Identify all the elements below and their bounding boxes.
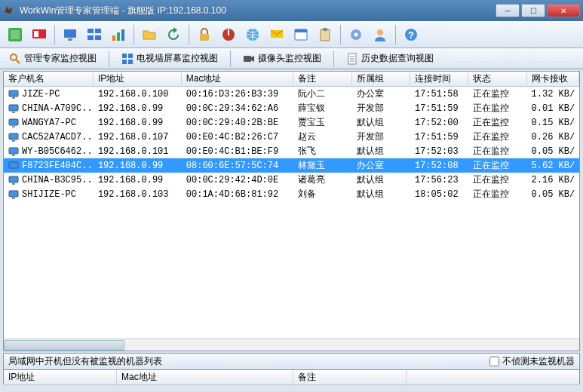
col-net[interactable]: 网卡接收 [527, 72, 579, 85]
table-row[interactable]: SHIJIZE-PC192.168.0.10300:1A:4D:6B:81:92… [4, 187, 579, 201]
svg-rect-31 [122, 60, 127, 64]
tool-monitor-icon[interactable] [60, 24, 81, 45]
tool-msg-icon[interactable] [266, 24, 287, 45]
window-buttons: ─ ☐ ✕ [496, 4, 580, 17]
table-row[interactable]: CAC52A7ACD7...192.168.0.10700:E0:4C:B2:2… [4, 130, 579, 144]
col-client-name[interactable]: 客户机名 [4, 72, 94, 85]
tab-label: 摄像头监控视图 [258, 52, 321, 65]
cell-mac: 00:E0:4C:B1:BE:F9 [182, 146, 294, 157]
svg-rect-21 [323, 28, 327, 31]
cell-ip: 192.168.0.99 [94, 161, 182, 171]
cell-status: 正在监控 [468, 159, 526, 172]
svg-text:?: ? [408, 29, 414, 41]
bcol-note[interactable]: 备注 [293, 370, 407, 384]
bcol-ip[interactable]: IP地址 [4, 370, 117, 384]
table-row[interactable]: WY-B05C6462...192.168.0.10100:E0:4C:B1:B… [4, 144, 579, 158]
cell-net: 2.16 KB/ [527, 175, 579, 185]
tool-clipboard-icon[interactable] [315, 24, 336, 45]
bcol-mac[interactable]: Mac地址 [117, 370, 293, 384]
cell-name: F8723FE404C... [4, 161, 94, 171]
cell-ip: 192.168.0.99 [94, 118, 182, 128]
cell-status: 正在监控 [468, 116, 526, 129]
cell-name: WANGYA7-PC [4, 118, 94, 128]
col-mac[interactable]: Mac地址 [182, 72, 294, 85]
svg-rect-15 [228, 29, 229, 35]
pc-icon [8, 176, 19, 185]
tool-refresh-icon[interactable] [163, 24, 184, 45]
col-note[interactable]: 备注 [293, 72, 351, 85]
cell-mac: 08:60:6E:57:5C:74 [182, 161, 294, 171]
tool-user-icon[interactable] [370, 24, 391, 45]
col-ip[interactable]: IP地址 [94, 72, 182, 85]
cell-mac: 00:16:D3:26:B3:39 [182, 89, 294, 100]
svg-rect-9 [95, 35, 101, 40]
cell-net: 1.32 KB/ [527, 89, 579, 100]
cell-net: 5.62 KB/ [527, 161, 579, 171]
svg-rect-39 [12, 97, 15, 99]
grid-icon [121, 53, 133, 65]
tool-screens-icon[interactable] [84, 24, 105, 45]
tool-lock-icon[interactable] [194, 24, 215, 45]
tool-power-icon[interactable] [218, 24, 239, 45]
svg-rect-30 [128, 54, 133, 58]
tool-chart-icon[interactable] [108, 24, 129, 45]
client-table: 客户机名 IP地址 Mac地址 备注 所属组 连接时间 状态 网卡接收 JIZE… [3, 71, 580, 351]
svg-rect-38 [9, 90, 18, 96]
svg-rect-43 [12, 126, 15, 127]
tool-window-icon[interactable] [290, 24, 311, 45]
table-row[interactable]: F8723FE404C...192.168.0.9908:60:6E:57:5C… [4, 158, 579, 173]
cell-group: 默认组 [352, 116, 410, 129]
minimize-button[interactable]: ─ [496, 4, 520, 17]
tab-camera-view[interactable]: 摄像头监控视图 [238, 50, 326, 67]
col-status[interactable]: 状态 [468, 72, 526, 85]
table-row[interactable]: WANGYA7-PC192.168.0.9900:0C:29:40:2B:BE贾… [4, 115, 579, 130]
svg-rect-48 [9, 162, 18, 168]
table-row[interactable]: JIZE-PC192.168.0.10000:16:D3:26:B3:39阮小二… [4, 87, 579, 101]
maximize-button[interactable]: ☐ [521, 4, 545, 17]
close-button[interactable]: ✕ [547, 4, 580, 17]
no-detect-input[interactable] [489, 357, 499, 366]
tab-tvwall-view[interactable]: 电视墙屏幕监控视图 [117, 50, 222, 67]
tool-settings-icon[interactable] [345, 24, 367, 45]
cell-note: 刘备 [293, 188, 351, 201]
tab-label: 电视墙屏幕监控视图 [137, 52, 218, 65]
tool-folder-icon[interactable] [139, 24, 160, 45]
pc-icon [8, 118, 19, 127]
camera-icon [243, 53, 255, 65]
cell-ip: 192.168.0.100 [94, 89, 182, 100]
tab-history-view[interactable]: 历史数据查询视图 [342, 50, 438, 67]
tool-icon-1[interactable] [5, 24, 26, 45]
bottom-table-header: IP地址 Mac地址 备注 [4, 370, 579, 385]
svg-rect-41 [12, 112, 15, 113]
svg-rect-49 [12, 169, 15, 170]
cell-name: CHINA-A709C... [4, 103, 94, 114]
svg-rect-5 [68, 38, 72, 41]
cell-net: 0.05 KB/ [527, 146, 579, 157]
svg-rect-33 [244, 56, 251, 62]
checkbox-label: 不侦测未监视机器 [502, 355, 575, 368]
svg-rect-46 [9, 148, 18, 154]
horizontal-scrollbar[interactable] [4, 338, 579, 351]
no-detect-checkbox[interactable]: 不侦测未监视机器 [489, 355, 575, 368]
cell-mac: 00:0C:29:34:62:A6 [182, 103, 294, 114]
svg-rect-19 [295, 29, 307, 32]
tool-icon-2[interactable] [29, 24, 50, 45]
col-group[interactable]: 所属组 [352, 72, 410, 85]
table-row[interactable]: CHINA-A709C...192.168.0.9900:0C:29:34:62… [4, 101, 579, 115]
tab-expert-view[interactable]: 管理专家监控视图 [5, 50, 101, 67]
pc-icon [8, 104, 19, 113]
svg-rect-8 [87, 35, 94, 40]
svg-rect-45 [12, 140, 15, 142]
svg-rect-51 [12, 183, 15, 185]
cell-group: 默认组 [352, 188, 410, 201]
svg-rect-40 [9, 105, 18, 111]
bottom-title: 局域网中开机但没有被监视的机器列表 [8, 355, 162, 368]
tool-globe-icon[interactable] [242, 24, 263, 45]
table-row[interactable]: CHINA-B3C95...192.168.0.9900:0C:29:42:4D… [4, 173, 579, 187]
scrollbar-thumb[interactable] [4, 340, 124, 351]
cell-note: 贾宝玉 [293, 116, 351, 129]
tool-help-icon[interactable]: ? [400, 24, 422, 45]
cell-time: 17:51:58 [410, 89, 468, 100]
cell-name: CAC52A7ACD7... [4, 132, 94, 142]
col-time[interactable]: 连接时间 [410, 72, 468, 85]
